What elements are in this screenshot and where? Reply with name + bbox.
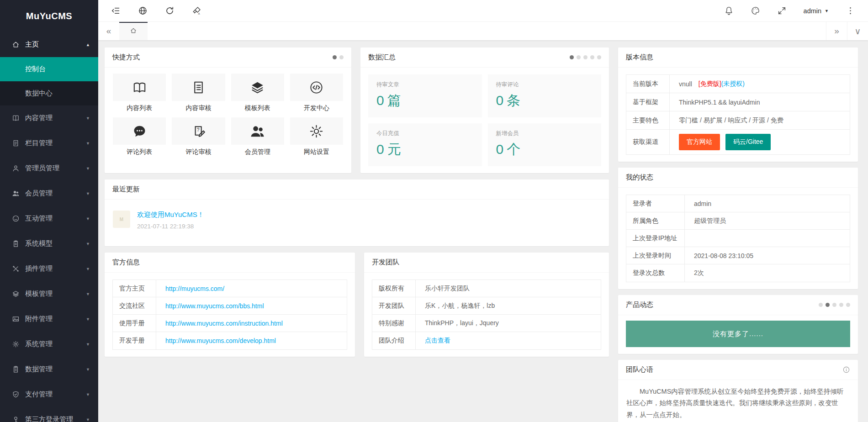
team-intro-link[interactable]: 点击查看	[425, 337, 450, 345]
community-link[interactable]: http://www.muyucms.com/bbs.html	[165, 302, 264, 310]
refresh-icon[interactable]	[165, 6, 175, 16]
sidebar-item-attachment-mgmt[interactable]: 附件管理 ▼	[0, 306, 98, 332]
collapse-menu-icon[interactable]	[111, 6, 121, 16]
shortcut-template-list[interactable]: 模板列表	[231, 74, 284, 112]
table-row: 交流社区 http://www.muyucms.com/bbs.html	[113, 297, 347, 315]
carousel-dot[interactable]	[333, 55, 337, 59]
carousel-dot[interactable]	[819, 303, 823, 307]
app-window: MuYuCMS 主页 ▲ 控制台 数据中心 内容管理 ▼ 栏目管理 ▼	[0, 0, 868, 422]
sidebar-item-member-mgmt[interactable]: 会员管理 ▼	[0, 181, 98, 206]
user-menu[interactable]: admin ▼	[804, 7, 829, 15]
carousel-dot[interactable]	[583, 55, 587, 59]
shortcut-member-mgmt[interactable]: 会员管理	[231, 117, 284, 156]
card-product-news: 产品动态 没有更多了......	[618, 295, 858, 354]
shortcut-site-settings[interactable]: 网站设置	[290, 117, 343, 156]
card-header: 快捷方式	[105, 47, 351, 68]
sidebar-item-data-center[interactable]: 数据中心	[0, 81, 98, 106]
update-timestamp: 2021-07-11 22:19:38	[137, 223, 204, 230]
gear-icon	[12, 340, 20, 348]
carousel-dot[interactable]	[846, 303, 850, 307]
carousel-dot[interactable]	[597, 55, 601, 59]
app-logo: MuYuCMS	[0, 0, 98, 32]
carousel-dot[interactable]	[590, 55, 594, 59]
sidebar-item-plugin-mgmt[interactable]: 插件管理 ▼	[0, 256, 98, 281]
shortcut-content-list[interactable]: 内容列表	[113, 74, 166, 112]
shortcut-dev-center[interactable]: 开发中心	[290, 74, 343, 112]
chevron-down-icon: ▼	[86, 292, 90, 296]
globe-icon[interactable]	[138, 6, 148, 16]
notification-bell-icon[interactable]	[724, 6, 734, 16]
shortcut-content-audit[interactable]: 内容审核	[172, 74, 225, 112]
carousel-dot[interactable]	[832, 303, 836, 307]
tabs-scroll-left-button[interactable]: «	[98, 22, 119, 40]
gitee-button[interactable]: 码云/Gitee	[725, 134, 771, 150]
carousel-dot[interactable]	[839, 303, 843, 307]
table-row: 登录次总数 2次	[626, 264, 850, 282]
chevron-down-icon: ▼	[86, 166, 90, 171]
stat-pending-articles[interactable]: 待审文章 0篇	[368, 74, 482, 117]
sidebar-item-console[interactable]: 控制台	[0, 57, 98, 81]
sidebar-item-label: 支付管理	[25, 390, 53, 399]
svg-text:?: ?	[197, 127, 200, 132]
sidebar-item-system-mgmt[interactable]: 系统管理 ▼	[0, 332, 98, 357]
dev-manual-link[interactable]: http://www.muyucms.com/develop.html	[165, 337, 276, 344]
tabs-scroll-right-button[interactable]: »	[826, 22, 847, 40]
recent-update-item[interactable]: M 欢迎使用MuYuCMS！ 2021-07-11 22:19:38	[105, 200, 609, 246]
official-site-button[interactable]: 官方网站	[679, 134, 720, 150]
sidebar-item-system-model[interactable]: 系统模型 ▼	[0, 231, 98, 256]
more-options-icon[interactable]	[846, 6, 855, 16]
sidebar-item-payment-mgmt[interactable]: 支付管理 ▼	[0, 382, 98, 407]
card-title: 版本信息	[626, 53, 653, 62]
clear-cache-brush-icon[interactable]: A	[192, 6, 201, 16]
official-info-table: 官方主页 http://muyucms.com/ 交流社区 http://www…	[112, 280, 347, 350]
sidebar-item-label: 附件管理	[25, 315, 53, 323]
sidebar-item-label: 系统模型	[25, 239, 53, 248]
carousel-dot[interactable]	[339, 55, 344, 59]
stat-value: 0元	[376, 140, 474, 159]
document-question-pencil-icon: ?	[172, 117, 225, 145]
sidebar-item-database-mgmt[interactable]: 数据管理 ▼	[0, 357, 98, 382]
carousel-dot[interactable]	[577, 55, 581, 59]
manual-link[interactable]: http://www.muyucms.com/instruction.html	[165, 320, 283, 327]
top-bar: A admin ▼	[98, 0, 868, 22]
table-row: 登录者 admin	[626, 195, 850, 212]
carousel-dot[interactable]	[826, 303, 830, 307]
tabs-dropdown-button[interactable]: ∨	[847, 22, 868, 40]
card-title: 最近更新	[112, 185, 140, 194]
stat-today-recharge[interactable]: 今日充值 0元	[368, 123, 482, 166]
shortcut-comment-audit[interactable]: ? 评论审核	[172, 117, 225, 156]
table-row: 上次登录IP地址	[626, 230, 850, 247]
theme-palette-icon[interactable]	[751, 6, 760, 16]
stat-pending-comments[interactable]: 待审评论 0条	[488, 74, 602, 117]
sidebar-item-template-mgmt[interactable]: 模板管理 ▼	[0, 281, 98, 306]
fullscreen-icon[interactable]	[777, 6, 787, 16]
sidebar-item-interaction-mgmt[interactable]: 互动管理 ▼	[0, 206, 98, 231]
card-title: 产品动态	[626, 301, 653, 309]
stat-new-members[interactable]: 新增会员 0个	[488, 123, 602, 166]
image-icon	[12, 315, 20, 323]
shortcut-comment-list[interactable]: 评论列表	[113, 117, 166, 156]
sidebar-item-column-mgmt[interactable]: 栏目管理 ▼	[0, 131, 98, 156]
sidebar-item-label: 插件管理	[25, 264, 53, 273]
sidebar-item-home[interactable]: 主页 ▲	[0, 32, 98, 57]
official-homepage-link[interactable]: http://muyucms.com/	[165, 285, 224, 292]
card-recent-updates: 最近更新 M 欢迎使用MuYuCMS！ 2021-07-11 22:19:38	[105, 179, 609, 246]
sidebar-item-admin-mgmt[interactable]: 管理员管理 ▼	[0, 156, 98, 181]
tab-home[interactable]	[119, 22, 148, 40]
sidebar-item-thirdparty-login[interactable]: 第三方登录管理 ▼	[0, 407, 98, 422]
card-header: 官方信息	[105, 253, 355, 273]
sidebar-item-label: 内容管理	[25, 114, 53, 122]
update-link[interactable]: 欢迎使用MuYuCMS！	[137, 211, 204, 219]
chevron-down-icon: ▼	[86, 242, 90, 246]
carousel-dot[interactable]	[570, 55, 574, 59]
version-auth-link[interactable]: (未授权)	[721, 80, 745, 88]
card-title: 官方信息	[112, 258, 140, 267]
sidebar-item-label: 第三方登录管理	[25, 415, 73, 422]
code-circle-icon	[290, 74, 343, 101]
card-title: 数据汇总	[368, 53, 396, 62]
info-icon[interactable]	[842, 366, 850, 374]
card-title: 我的状态	[626, 173, 653, 182]
sidebar-item-content-mgmt[interactable]: 内容管理 ▼	[0, 106, 98, 131]
shortcut-tiles: 内容列表 内容审核 模板列表	[105, 68, 351, 163]
chevron-down-icon: ▼	[86, 367, 90, 372]
